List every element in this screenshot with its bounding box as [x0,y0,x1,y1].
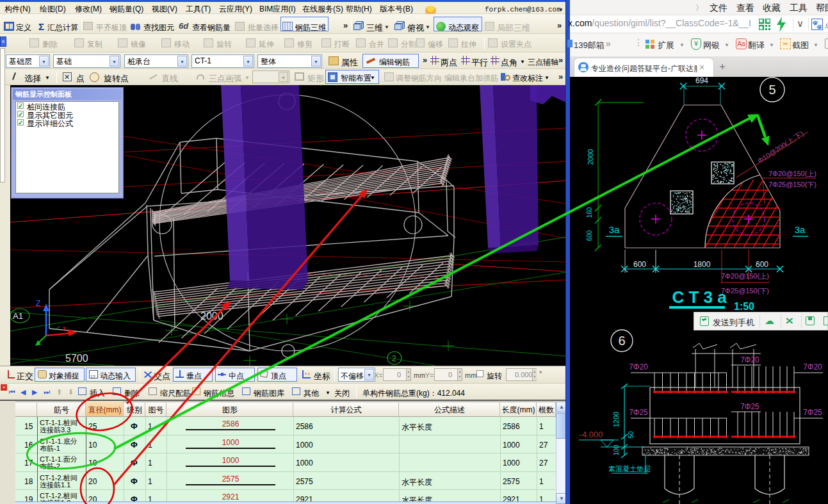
svg-text:2000: 2000 [587,149,594,165]
svg-text:3a: 3a [795,224,806,235]
svg-text:7Φ20: 7Φ20 [740,355,759,364]
svg-text:素混凝土垫层: 素混凝土垫层 [608,465,651,473]
svg-text:694: 694 [695,77,708,85]
svg-text:7Φ20@150(上): 7Φ20@150(上) [768,170,816,177]
svg-text:Z: Z [36,299,40,308]
svg-text:7Φ20: 7Φ20 [629,362,648,371]
svg-text:160: 160 [586,207,593,218]
svg-text:Φ10@200(上,下): Φ10@200(上,下) [756,129,805,165]
svg-text:7Φ25: 7Φ25 [740,402,759,411]
svg-text:x: x [63,325,66,332]
svg-text:6: 6 [618,334,625,348]
svg-text:100: 100 [613,444,620,455]
svg-text:600: 600 [586,230,593,241]
svg-text:1800: 1800 [694,260,711,269]
svg-text:50: 50 [628,431,635,439]
svg-text:7Φ25: 7Φ25 [629,408,648,417]
svg-text:3a: 3a [609,224,620,235]
svg-text:7Φ25@150(下): 7Φ25@150(下) [768,181,816,188]
svg-text:5: 5 [768,83,775,97]
svg-text:-4.000: -4.000 [580,430,603,439]
svg-text:600: 600 [633,260,646,269]
svg-text:2: 2 [392,354,396,363]
svg-text:7Φ20@150(上): 7Φ20@150(上) [721,272,769,280]
svg-text:7Φ25@150(下): 7Φ25@150(下) [721,287,769,295]
svg-text:600: 600 [756,260,768,269]
svg-text:7Φ25: 7Φ25 [803,408,822,417]
svg-text:2000: 2000 [200,311,223,321]
svg-text:1200: 1200 [612,412,620,427]
svg-text:7Φ20: 7Φ20 [803,362,822,371]
svg-text:1:50: 1:50 [734,301,754,312]
svg-text:A1: A1 [13,311,23,321]
svg-text:C T 3 a: C T 3 a [672,288,727,307]
svg-text:5700: 5700 [65,353,88,364]
